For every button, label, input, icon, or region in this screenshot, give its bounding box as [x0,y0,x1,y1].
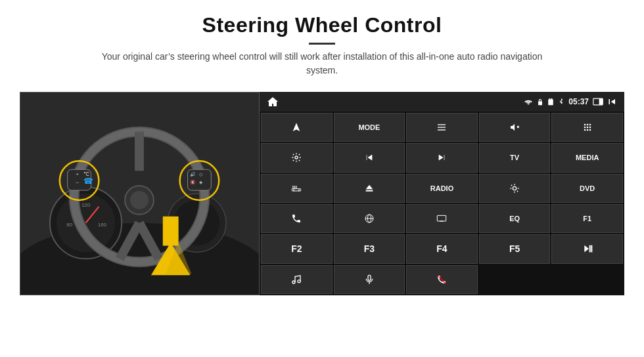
sd-icon [547,98,554,106]
btn-playpause[interactable] [551,234,623,263]
button-grid: MODE [260,112,624,295]
btn-menu[interactable] [406,113,478,142]
title-section: Steering Wheel Control Your original car… [92,13,552,87]
svg-text:120: 120 [81,202,91,208]
btn-brightness[interactable] [479,174,551,203]
btn-mode[interactable]: MODE [334,113,405,142]
svg-point-46 [589,124,591,126]
svg-rect-41 [438,129,446,130]
lock-icon [537,98,543,106]
svg-point-53 [295,156,298,159]
svg-rect-35 [551,98,553,100]
btn-nav[interactable] [261,113,333,142]
svg-point-56 [293,189,294,190]
svg-point-51 [586,129,588,131]
btn-apps[interactable] [551,113,623,142]
svg-marker-72 [584,245,589,253]
btn-next[interactable] [406,143,478,172]
svg-point-60 [513,186,516,190]
svg-point-47 [584,127,586,129]
btn-hangup[interactable] [406,265,478,294]
svg-point-50 [584,129,586,131]
svg-text:–: – [76,179,80,185]
btn-eq[interactable]: EQ [479,204,551,233]
btn-mic[interactable] [334,265,405,294]
svg-point-76 [298,280,300,282]
svg-marker-58 [366,184,373,189]
svg-point-44 [584,124,586,126]
svg-text:☎: ☎ [83,177,93,186]
svg-point-45 [586,124,588,126]
svg-rect-38 [609,99,610,104]
btn-f1[interactable]: F1 [551,204,623,233]
status-bar-left [266,96,279,108]
back-icon[interactable] [607,97,618,106]
btn-f5[interactable]: F5 [479,234,551,263]
status-time: 05:37 [568,97,589,106]
svg-rect-40 [438,127,446,127]
status-bar-right: 05:37 [524,97,618,106]
svg-point-49 [589,127,591,129]
svg-text:+: + [76,171,80,177]
svg-text:80: 80 [66,222,72,228]
page-title: Steering Wheel Control [92,13,552,37]
btn-phone[interactable] [261,204,333,233]
btn-tv[interactable]: TV [479,143,551,172]
svg-rect-33 [549,99,554,105]
svg-rect-74 [591,245,592,253]
svg-line-63 [511,185,512,186]
btn-globe[interactable] [334,204,405,233]
svg-rect-34 [549,98,551,100]
btn-360[interactable]: 360 [261,174,333,203]
svg-text:🔇: 🔇 [190,179,196,185]
svg-point-52 [589,129,591,131]
btn-f4[interactable]: F4 [406,234,478,263]
btn-f2[interactable]: F2 [261,234,333,263]
svg-rect-37 [599,98,603,105]
btn-media[interactable]: MEDIA [551,143,623,172]
window-icon[interactable] [593,98,603,106]
wifi-icon [524,98,533,106]
svg-point-48 [586,127,588,129]
btn-screen[interactable] [406,204,478,233]
svg-rect-59 [366,190,373,191]
svg-rect-73 [589,245,590,253]
svg-text:🔊: 🔊 [190,171,196,177]
svg-rect-30 [163,217,179,246]
home-icon[interactable] [266,96,279,108]
svg-rect-39 [438,124,446,125]
btn-settings[interactable] [261,143,333,172]
svg-point-16 [130,191,149,209]
svg-text:160: 160 [98,222,107,228]
content-row: 120 160 80 [20,92,624,308]
head-unit: 05:37 [260,92,624,295]
page-container: Steering Wheel Control Your original car… [0,0,644,357]
svg-point-57 [298,189,300,190]
btn-f3[interactable]: F3 [334,234,405,263]
svg-rect-77 [368,275,371,280]
svg-line-64 [517,191,518,192]
btn-prev[interactable] [334,143,405,172]
btn-dvd[interactable]: DVD [551,174,623,203]
svg-rect-70 [438,215,446,221]
title-divider [309,43,335,45]
btn-radio[interactable]: RADIO [406,174,478,203]
status-bar: 05:37 [260,92,624,112]
subtitle: Your original car’s steering wheel contr… [92,50,552,77]
svg-point-75 [292,281,295,284]
bluetooth-icon [558,98,564,106]
btn-mute[interactable] [479,113,551,142]
svg-rect-32 [538,101,542,105]
btn-eject[interactable] [334,174,405,203]
steering-wheel-image: 120 160 80 [20,92,260,295]
btn-music[interactable] [261,265,333,294]
